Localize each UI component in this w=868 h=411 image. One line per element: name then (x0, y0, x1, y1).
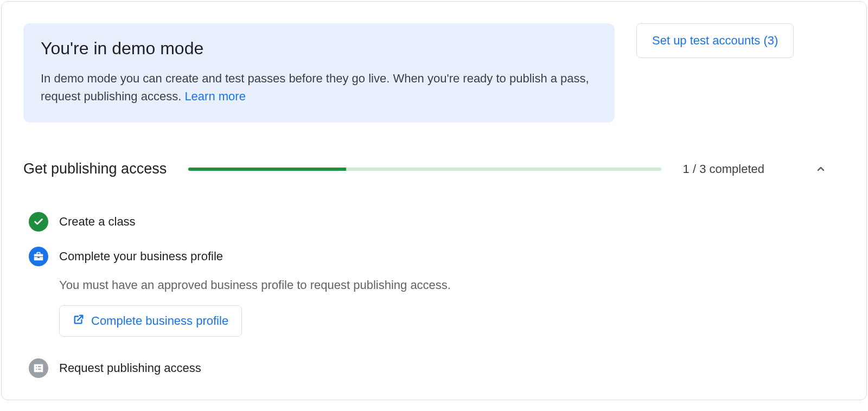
progress-header[interactable]: Get publishing access 1 / 3 completed (23, 160, 828, 177)
demo-mode-banner: You're in demo mode In demo mode you can… (23, 23, 615, 123)
step-create-class: Create a class (29, 212, 828, 232)
progress-section: Get publishing access 1 / 3 completed Cr… (23, 160, 828, 378)
step-business-profile: Complete your business profile You must … (29, 247, 828, 337)
step-title: Create a class (59, 212, 828, 232)
banner-body-text: In demo mode you can create and test pas… (41, 72, 589, 103)
progress-title: Get publishing access (23, 160, 167, 177)
step-title: Complete your business profile (59, 247, 828, 266)
progress-bar (188, 168, 661, 171)
briefcase-icon (29, 247, 48, 266)
progress-count: 1 / 3 completed (683, 162, 764, 176)
setup-test-accounts-button[interactable]: Set up test accounts (3) (636, 23, 794, 58)
checkmark-icon (29, 212, 48, 232)
progress-fill (188, 168, 346, 171)
step-content: Complete your business profile You must … (59, 247, 828, 337)
banner-body: In demo mode you can create and test pas… (41, 69, 597, 105)
step-title: Request publishing access (59, 358, 828, 378)
top-row: You're in demo mode In demo mode you can… (23, 23, 828, 123)
button-label: Complete business profile (91, 314, 228, 328)
learn-more-link[interactable]: Learn more (184, 89, 246, 103)
step-description: You must have an approved business profi… (59, 278, 828, 292)
open-in-new-icon (73, 313, 85, 329)
step-content: Request publishing access (59, 358, 828, 378)
step-content: Create a class (59, 212, 828, 232)
step-request-access: Request publishing access (29, 358, 828, 378)
complete-business-profile-button[interactable]: Complete business profile (59, 305, 242, 337)
banner-title: You're in demo mode (41, 38, 597, 59)
steps-list: Create a class Complete your business pr… (23, 212, 828, 378)
onboarding-card: You're in demo mode In demo mode you can… (1, 1, 867, 400)
chevron-up-icon[interactable] (813, 162, 828, 177)
form-icon (29, 358, 48, 378)
